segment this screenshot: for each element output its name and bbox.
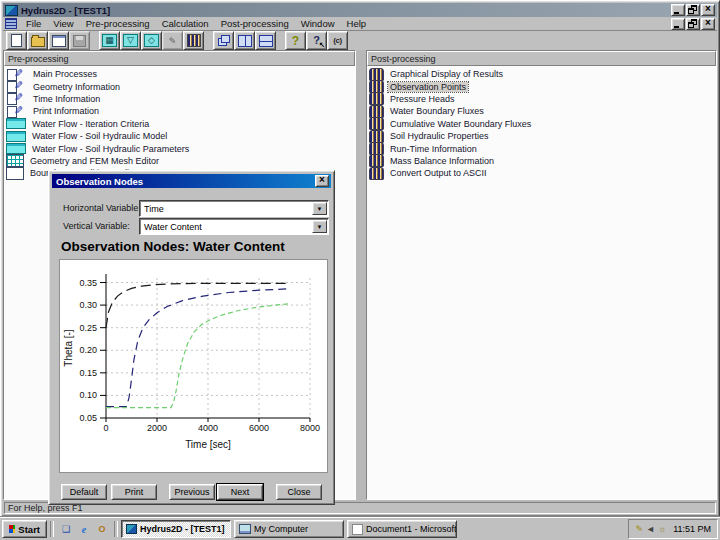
chevron-down-icon[interactable]: ▼ xyxy=(312,220,327,233)
outlook-icon[interactable]: O xyxy=(95,522,109,536)
pre-item-water-flow-soil-hydraulic-parameters[interactable]: Water Flow - Soil Hydraulic Parameters xyxy=(4,142,355,154)
pre-item-water-flow-soil-hydraulic-model[interactable]: Water Flow - Soil Hydraulic Model xyxy=(4,130,355,142)
post-results-icon xyxy=(369,80,384,93)
svg-text:0: 0 xyxy=(103,423,108,433)
show-desktop-icon[interactable]: ❑ xyxy=(59,522,73,536)
cascade-icon xyxy=(218,35,230,46)
help-icon: ? xyxy=(292,35,299,47)
post-item-mass-balance-information[interactable]: Mass Balance Information xyxy=(367,155,716,167)
taskbar-clock: 11:51 PM xyxy=(669,524,711,534)
task-label: My Computer xyxy=(254,524,308,534)
pre-item-geometry-information[interactable]: Geometry Information xyxy=(4,80,355,92)
schedule-icon[interactable]: ☼ xyxy=(658,525,666,534)
mdi-minimize-button[interactable] xyxy=(671,18,685,30)
results-icon xyxy=(187,34,201,47)
menu-pre-processing[interactable]: Pre-processing xyxy=(80,17,156,30)
context-help-button[interactable]: ? xyxy=(306,31,327,50)
pre-item-main-processes[interactable]: Main Processes xyxy=(4,68,355,80)
pre-processing-header: Pre-processing xyxy=(4,51,355,66)
task-my-computer[interactable]: My Computer xyxy=(234,520,344,538)
mdi-close-button[interactable] xyxy=(701,18,715,30)
svg-text:Theta [-]: Theta [-] xyxy=(63,329,74,366)
post-item-soil-hydraulic-properties[interactable]: Soil Hydraulic Properties xyxy=(367,130,716,142)
task-hydrus2d-test1[interactable]: Hydrus2D - [TEST1] xyxy=(121,520,231,538)
new-document-icon xyxy=(11,34,22,47)
dialog-title: Observation Nodes xyxy=(56,176,315,187)
post-item-pressure-heads[interactable]: Pressure Heads xyxy=(367,93,716,105)
chevron-down-icon[interactable]: ▼ xyxy=(312,202,327,215)
post-item-run-time-information[interactable]: Run-Time Information xyxy=(367,142,716,154)
about-button[interactable]: (c) xyxy=(327,31,348,50)
horizontal-variable-select[interactable]: Time ▼ xyxy=(139,200,329,217)
mdi-document-icon[interactable] xyxy=(5,18,17,29)
pre-item-time-information[interactable]: Time Information xyxy=(4,93,355,105)
graphical-results-button[interactable] xyxy=(183,31,204,50)
menu-help[interactable]: Help xyxy=(341,17,373,30)
menu-view[interactable]: View xyxy=(47,17,79,30)
app-title-bar[interactable]: Hydrus2D - [TEST1] xyxy=(3,3,717,17)
tile-horizontally-button[interactable] xyxy=(234,31,255,50)
restore-button[interactable] xyxy=(686,4,700,16)
post-item-label: Water Boundary Fluxes xyxy=(388,106,486,116)
close-button[interactable]: Close xyxy=(276,484,322,500)
post-item-label: Run-Time Information xyxy=(388,144,479,154)
post-item-convert-output-to-ascii[interactable]: Convert Output to ASCII xyxy=(367,167,716,179)
menu-window[interactable]: Window xyxy=(295,17,341,30)
minimize-button[interactable] xyxy=(671,4,685,16)
mdi-restore-button[interactable] xyxy=(686,18,700,30)
save-icon xyxy=(73,35,86,47)
next-button[interactable]: Next xyxy=(217,484,263,500)
task-buttons: Hydrus2D - [TEST1]My ComputerDocument1 -… xyxy=(121,520,460,538)
default-button[interactable]: Default xyxy=(61,484,107,500)
task-document1-microsoft-w[interactable]: Document1 - Microsoft W... xyxy=(347,520,457,538)
post-results-icon xyxy=(369,154,384,167)
edit-note-icon xyxy=(6,93,27,104)
volume-icon[interactable]: ◄ xyxy=(646,525,655,534)
save-project-button xyxy=(69,31,90,50)
print-button[interactable]: Print xyxy=(111,484,157,500)
svg-text:2000: 2000 xyxy=(147,423,167,433)
menu-calculation[interactable]: Calculation xyxy=(156,17,215,30)
svg-text:Time [sec]: Time [sec] xyxy=(185,439,231,450)
menu-file[interactable]: File xyxy=(20,17,47,30)
internet-explorer-icon[interactable]: e xyxy=(77,522,91,536)
about-icon: (c) xyxy=(333,36,341,45)
help-topics-button[interactable]: ? xyxy=(285,31,306,50)
pre-item-label: Water Flow - Soil Hydraulic Parameters xyxy=(30,144,191,154)
pre-item-water-flow-iteration-criteria[interactable]: Water Flow - Iteration Criteria xyxy=(4,118,355,130)
graphics-icon[interactable]: ✎ xyxy=(635,525,643,534)
windows-logo-icon xyxy=(9,525,15,533)
close-button[interactable] xyxy=(701,4,715,16)
open-project-button[interactable] xyxy=(27,31,48,50)
post-item-water-boundary-fluxes[interactable]: Water Boundary Fluxes xyxy=(367,105,716,117)
domain-geometry-button[interactable]: ▽ xyxy=(120,31,141,50)
fem-mesh-editor-button[interactable]: ▦ xyxy=(99,31,120,50)
tile-vertically-button[interactable] xyxy=(255,31,276,50)
word-icon xyxy=(352,524,363,535)
menu-post-processing[interactable]: Post-processing xyxy=(215,17,295,30)
dialog-title-bar[interactable]: Observation Nodes xyxy=(52,174,331,188)
boundary-conditions-button[interactable]: ◇ xyxy=(141,31,162,50)
svg-text:0.15: 0.15 xyxy=(79,368,97,378)
pre-item-label: Water Flow - Soil Hydraulic Model xyxy=(30,131,169,141)
previous-button[interactable]: Previous xyxy=(169,484,215,500)
post-item-label: Observation Points xyxy=(388,82,468,92)
menu-items: FileViewPre-processingCalculationPost-pr… xyxy=(20,17,372,30)
vertical-variable-select[interactable]: Water Content ▼ xyxy=(139,218,329,235)
pen-icon: ✎ xyxy=(169,36,177,46)
svg-text:4000: 4000 xyxy=(198,423,218,433)
dialog-buttons: DefaultPrintPreviousNextClose xyxy=(49,484,334,500)
pre-item-print-information[interactable]: Print Information xyxy=(4,105,355,117)
post-item-label: Pressure Heads xyxy=(388,94,457,104)
cascade-windows-button[interactable] xyxy=(213,31,234,50)
dialog-close-button[interactable] xyxy=(315,175,329,187)
svg-text:0.25: 0.25 xyxy=(79,323,97,333)
new-document-button[interactable] xyxy=(6,31,27,50)
project-manager-button[interactable] xyxy=(48,31,69,50)
start-button[interactable]: Start xyxy=(2,520,47,538)
post-item-observation-points[interactable]: Observation Points xyxy=(367,80,716,92)
post-item-graphical-display-of-results[interactable]: Graphical Display of Results xyxy=(367,68,716,80)
pre-item-geometry-and-fem-mesh-editor[interactable]: Geometry and FEM Mesh Editor xyxy=(4,155,355,167)
taskbar: Start ❑eO Hydrus2D - [TEST1]My ComputerD… xyxy=(0,517,720,540)
post-item-cumulative-water-boundary-fluxes[interactable]: Cumulative Water Boundary Fluxes xyxy=(367,118,716,130)
